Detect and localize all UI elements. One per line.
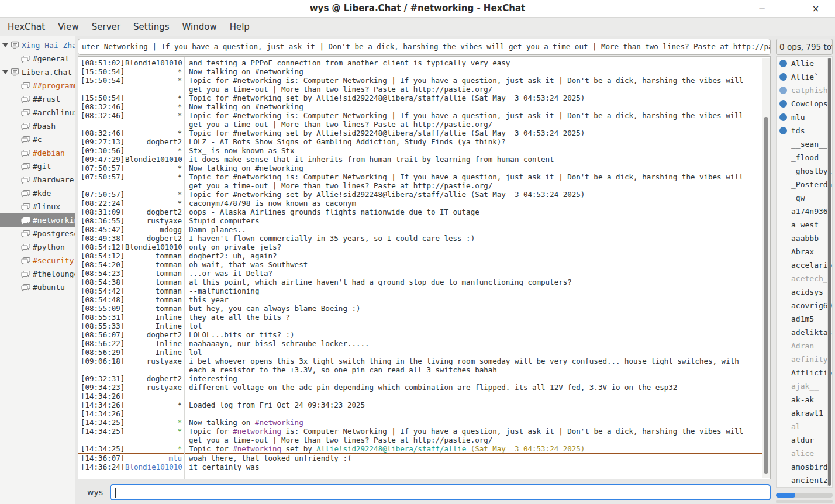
- tree-label: #hardware: [33, 175, 74, 184]
- message-text: they ate all the bits ?: [189, 313, 760, 322]
- tree-network-libera-chat[interactable]: Libera.Chat: [0, 65, 75, 79]
- user-row-ak-ak[interactable]: ak-ak: [777, 393, 832, 406]
- user-row-allie[interactable]: Allie: [777, 57, 832, 70]
- expander-icon[interactable]: [2, 70, 8, 74]
- nick: mdogg: [125, 225, 182, 234]
- user-row--flood[interactable]: _flood: [777, 151, 832, 164]
- user-row--qw[interactable]: _qw: [777, 191, 832, 205]
- tree-channel--ubuntu[interactable]: #ubuntu: [0, 281, 75, 294]
- user-row-al[interactable]: al: [777, 420, 832, 433]
- nick: mlu: [125, 454, 182, 462]
- user-row-aaabbb[interactable]: aaabbb: [777, 232, 832, 245]
- tree-channel--debian[interactable]: #debian: [0, 146, 75, 160]
- topic-bar[interactable]: uter Networking | If you have a question…: [78, 39, 771, 55]
- user-row-catphish[interactable]: catphish: [777, 84, 832, 97]
- tree-channel--programming[interactable]: ##programming: [0, 79, 75, 92]
- timestamp: [14:34:26]: [81, 392, 125, 401]
- timestamp: [08:55:33]: [81, 322, 125, 330]
- maximize-button[interactable]: [775, 0, 802, 18]
- titlebar[interactable]: wys @ Libera.Chat / #networking - HexCha…: [0, 0, 835, 18]
- tree-channel--general[interactable]: #general: [0, 52, 75, 65]
- message-text: Topic for #networking set by Allie!sid29…: [189, 129, 760, 137]
- user-row-acovrig60[interactable]: acovrig60: [777, 299, 832, 312]
- server-channel-tree[interactable]: Xing-Hai-Zhan#generalLibera.Chat##progra…: [0, 36, 75, 504]
- tree-channel--kde[interactable]: #kde: [0, 187, 75, 200]
- channel-icon: [21, 216, 30, 225]
- channel-icon: [21, 243, 30, 251]
- menu-view[interactable]: View: [51, 18, 85, 36]
- timestamp: [08:54:48]: [81, 295, 125, 304]
- user-row-ad1m5[interactable]: ad1m5: [777, 312, 832, 326]
- user-row-accelario[interactable]: accelario: [777, 258, 832, 272]
- chat-scrollbar[interactable]: [762, 58, 770, 478]
- user-row-akrawt1[interactable]: akrawt1: [777, 406, 832, 420]
- close-button[interactable]: ×: [802, 0, 829, 18]
- user-row-ajak-[interactable]: ajak__: [777, 379, 832, 393]
- user-list-scrollbar[interactable]: [827, 58, 831, 486]
- user-row-adeliktas[interactable]: adeliktas: [777, 326, 832, 339]
- nick: *: [125, 76, 182, 94]
- user-row-abrax[interactable]: Abrax: [777, 245, 832, 258]
- tree-channel--hardware[interactable]: #hardware: [0, 173, 75, 187]
- user-row-alice[interactable]: alice: [777, 447, 832, 460]
- user-row-acetech-[interactable]: acetech_: [777, 272, 832, 285]
- user-row-cowclops-[interactable]: Cowclops`: [777, 97, 832, 111]
- tree-channel--postgresql[interactable]: #postgresql: [0, 227, 75, 240]
- tree-channel--thelounge[interactable]: #thelounge: [0, 267, 75, 281]
- user-row-ancientz[interactable]: ancientz: [777, 474, 832, 487]
- user-row-adran[interactable]: Adran: [777, 339, 832, 353]
- menu-window[interactable]: Window: [176, 18, 223, 36]
- nick: *: [125, 111, 182, 129]
- user-row-acidsys[interactable]: acidsys: [777, 285, 832, 299]
- user-row-amosbird[interactable]: amosbird: [777, 460, 832, 474]
- message-text: ...or was it Delta?: [189, 269, 760, 278]
- nick: dogbert2: [125, 234, 182, 243]
- user-row--posterda[interactable]: _Posterda: [777, 178, 832, 191]
- tree-channel--c[interactable]: #c: [0, 133, 75, 146]
- tree-channel--security[interactable]: #security: [0, 254, 75, 267]
- message-text: different voltage on the adc pin dependi…: [189, 383, 760, 392]
- user-row--ghostbyt[interactable]: _ghostbyt: [777, 164, 832, 178]
- user-list-scrollbar-thumb[interactable]: [828, 58, 831, 486]
- message-text: Topic for #networking is: Computer Netwo…: [189, 427, 760, 444]
- tree-channel--git[interactable]: #git: [0, 160, 75, 173]
- tree-label: Xing-Hai-Zhan: [22, 41, 75, 50]
- user-mode-dot-icon: [779, 100, 787, 108]
- user-name: acovrig60: [791, 301, 832, 310]
- message-input[interactable]: [110, 484, 771, 500]
- user-row-afflictio[interactable]: Afflictio: [777, 366, 832, 379]
- tree-network-xing-hai-zhan[interactable]: Xing-Hai-Zhan: [0, 39, 75, 52]
- message-text: LOLZ - AI Bots Show Signs of Gambling Ad…: [189, 137, 760, 146]
- tree-channel--archlinux[interactable]: #archlinux: [0, 106, 75, 119]
- tree-label: Libera.Chat: [22, 68, 72, 77]
- tree-channel--bash[interactable]: #bash: [0, 119, 75, 133]
- chat-scrollbar-thumb[interactable]: [764, 117, 768, 474]
- user-row-aldur[interactable]: aldur: [777, 433, 832, 447]
- menu-help[interactable]: Help: [223, 18, 256, 36]
- message-text: Topic for #networking is: Computer Netwo…: [189, 111, 760, 129]
- user-row-a-west-[interactable]: a_west_: [777, 218, 832, 232]
- nick: *: [125, 199, 182, 208]
- message-text: lol: [189, 348, 760, 357]
- user-name: catphish: [791, 86, 828, 95]
- user-name: accelario: [791, 261, 832, 270]
- menu-server[interactable]: Server: [85, 18, 127, 36]
- user-row-aefinity[interactable]: aefinity: [777, 353, 832, 366]
- server-icon: [11, 41, 19, 50]
- user-list[interactable]: AllieAllie`catphishCowclops`mlutds__sean…: [776, 56, 833, 488]
- tree-channel--linux[interactable]: #linux: [0, 200, 75, 213]
- user-row-mlu[interactable]: mlu: [777, 111, 832, 124]
- user-row-a174n936[interactable]: a174n936: [777, 205, 832, 218]
- menu-settings[interactable]: Settings: [127, 18, 176, 36]
- minimize-button[interactable]: −: [748, 0, 775, 18]
- expander-icon[interactable]: [2, 43, 8, 47]
- user-row-allie-[interactable]: Allie`: [777, 70, 832, 84]
- user-row--sean-[interactable]: __sean__: [777, 137, 832, 151]
- tree-channel--rust[interactable]: ##rust: [0, 92, 75, 106]
- tree-channel--python[interactable]: #python: [0, 240, 75, 254]
- chat-message-area[interactable]: [08:51:02]Blondie101010and testing a PPP…: [78, 56, 771, 479]
- tree-channel--networking[interactable]: #networking: [0, 213, 75, 227]
- menu-hexchat[interactable]: HexChat: [1, 18, 51, 36]
- user-name: ak-ak: [791, 395, 814, 404]
- user-row-tds[interactable]: tds: [777, 124, 832, 137]
